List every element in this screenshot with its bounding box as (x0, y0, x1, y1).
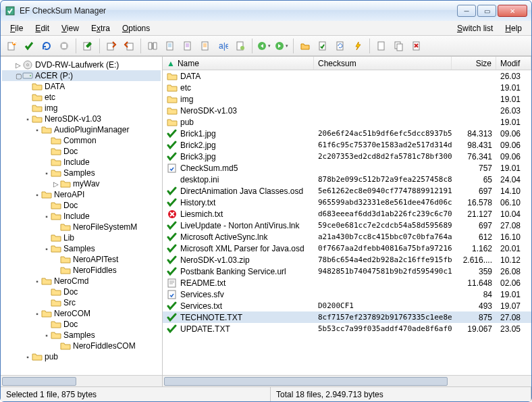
tool-delete-icon[interactable] (408, 38, 425, 54)
tree-twisty-icon[interactable]: ▪ (33, 278, 41, 285)
tool-copy-icon[interactable] (391, 38, 407, 54)
list-row[interactable]: desktop.ini878b2e099c512b72a9fea2257458c… (163, 174, 531, 185)
menu-options[interactable]: Options (117, 22, 155, 34)
list-row[interactable]: Postbank Banking Service.url9482851b7404… (163, 266, 531, 277)
list-row[interactable]: DirectAnimation Java Classes.osd5e61262e… (163, 185, 531, 197)
tree-item[interactable]: ▪Include (2, 211, 161, 222)
list-row[interactable]: CheckSum.md575719.01 (163, 162, 531, 174)
tree-item[interactable]: ▪pub (2, 351, 161, 362)
tool-compare-icon[interactable]: a|e (215, 38, 231, 54)
list-row[interactable]: pub19.01 (163, 116, 531, 128)
tool-doc3-icon[interactable] (197, 38, 213, 54)
tool-check-icon[interactable] (21, 38, 37, 54)
maximize-button[interactable]: ▭ (477, 5, 496, 17)
list-row[interactable]: Brick1.jpg206e6f24ac51b9df6efc5dcc8937b5… (163, 128, 531, 139)
tool-doc4-icon[interactable] (232, 38, 248, 54)
menu-help[interactable]: Help (500, 22, 527, 34)
list-row[interactable]: Brick3.jpg2c207353ed2cd8d2fa5781c78bf300… (163, 151, 531, 162)
tree-item[interactable]: ▪NeroSDK-v1.03 (2, 114, 161, 124)
tree-item[interactable]: ▪Samples (2, 243, 161, 254)
minimize-button[interactable]: ─ (457, 5, 476, 17)
list-row[interactable]: Brick2.jpg61f6c95c75370e1583ad2e517d314d… (163, 139, 531, 151)
tool-stop-icon[interactable] (56, 38, 72, 54)
list-row[interactable]: TECHNOTE.TXT8cf7157ef237892b91767335c1ee… (163, 311, 531, 323)
tree-item[interactable]: ▪AudioPluginManager (2, 124, 161, 135)
tree-item[interactable]: ▪NeroCmd (2, 276, 161, 286)
tree-twisty-icon[interactable]: ▪ (33, 126, 41, 134)
list-row[interactable]: DATA26.03 (163, 70, 531, 82)
list-row[interactable]: UPDATE.TXT5b53cc7a99f035addf470ade8f6af0… (163, 323, 531, 334)
tree-h-scrollbar[interactable] (1, 375, 162, 386)
tree-item[interactable]: NeroAPITest (2, 254, 161, 265)
list-row[interactable]: History.txt965599abd32331e8e561dee476d06… (163, 197, 531, 208)
file-list[interactable]: DATA26.03etc19.01img19.01NeroSDK-v1.0326… (163, 70, 531, 375)
tool-doccheck-icon[interactable] (315, 38, 331, 54)
tool-doc1-icon[interactable] (162, 38, 178, 54)
tree-item[interactable]: img (2, 103, 161, 114)
tree-twisty-icon[interactable]: ▪ (33, 310, 41, 318)
col-size[interactable]: Size (452, 57, 496, 70)
menu-extra[interactable]: Extra (86, 22, 115, 34)
tree-twisty-icon[interactable]: ▷ (52, 180, 60, 188)
list-row[interactable]: Services.sfv8419.01 (163, 288, 531, 300)
tree-item[interactable]: NeroFiddles (2, 265, 161, 276)
tree-item[interactable]: ▷myWav (2, 178, 161, 189)
tree-item[interactable]: Doc (2, 146, 161, 157)
tree-twisty-icon[interactable]: ▢ (14, 72, 22, 80)
col-checksum[interactable]: Checksum (314, 57, 452, 70)
tool-folder-icon[interactable] (297, 38, 313, 54)
tree-item[interactable]: Include (2, 157, 161, 168)
tree-item[interactable]: Doc (2, 286, 161, 297)
tree-item[interactable]: Src (2, 297, 161, 308)
tool-doc2-icon[interactable] (180, 38, 196, 54)
menu-view[interactable]: View (56, 22, 84, 34)
menu-switch-list[interactable]: Switch list (452, 22, 498, 34)
tool-forward-icon[interactable]: ▾ (273, 38, 290, 54)
list-row[interactable]: NeroSDK-v1.0326.03 (163, 105, 531, 116)
list-row[interactable]: LiveUpdate - Norton AntiVirus.lnk59ce0e6… (163, 220, 531, 231)
tool-refresh-icon[interactable] (38, 38, 55, 54)
list-row[interactable]: etc19.01 (163, 82, 531, 93)
tree-item[interactable]: ▷DVD-RW-Laufwerk (E:) (2, 59, 161, 70)
tool-export-icon[interactable] (103, 38, 119, 54)
tree-item[interactable]: ▪Samples (2, 330, 161, 341)
list-row[interactable]: img19.01 (163, 93, 531, 105)
col-name[interactable]: ▲Name (163, 57, 314, 70)
list-h-scrollbar[interactable] (163, 375, 531, 386)
close-button[interactable]: ✕ (498, 5, 527, 17)
title-bar[interactable]: EF CheckSum Manager ─ ▭ ✕ (1, 1, 531, 21)
menu-file[interactable]: File (5, 22, 28, 34)
tree-twisty-icon[interactable]: ▪ (43, 332, 51, 339)
tree-twisty-icon[interactable]: ▪ (43, 245, 51, 253)
tool-new-icon[interactable]: ★ (3, 38, 20, 54)
tool-page-icon[interactable] (373, 38, 390, 54)
list-row[interactable]: Microsoft ActiveSync.lnka21a430b7cc8c415… (163, 231, 531, 243)
tree-item[interactable]: ▪Samples (2, 168, 161, 178)
list-row[interactable]: Liesmich.txtd683eeeaf6dd3d1ab226fc239c6c… (163, 208, 531, 220)
list-row[interactable]: Microsoft XML Parser for Java.osd0f7667a… (163, 243, 531, 254)
tool-book-icon[interactable] (144, 38, 161, 54)
tool-bolt-icon[interactable] (350, 38, 366, 54)
tree-item[interactable]: ▪NeroAPI (2, 189, 161, 200)
folder-tree[interactable]: ▷DVD-RW-Laufwerk (E:)▢ACER (P:)DATAetcim… (1, 57, 162, 375)
tree-twisty-icon[interactable]: ▪ (24, 353, 32, 361)
tool-import-icon[interactable] (121, 38, 137, 54)
tree-item[interactable]: ▢ACER (P:) (2, 70, 161, 81)
tree-item[interactable]: Common (2, 135, 161, 146)
tree-item[interactable]: Lib (2, 232, 161, 243)
tree-item[interactable]: DATA (2, 81, 161, 92)
tree-twisty-icon[interactable]: ▷ (14, 61, 22, 69)
tool-docrefresh-icon[interactable] (332, 38, 348, 54)
tree-item[interactable]: NeroFiddlesCOM (2, 341, 161, 351)
tool-edit-icon[interactable] (80, 38, 96, 54)
list-row[interactable]: NeroSDK-v1.03.zip78b6c654a4ed2b928a2c16f… (163, 254, 531, 266)
tree-item[interactable]: Doc (2, 319, 161, 330)
tree-twisty-icon[interactable]: ▪ (43, 213, 51, 220)
list-row[interactable]: Services.txtD0200CF149319.07 (163, 300, 531, 311)
tool-back-icon[interactable]: ▾ (256, 38, 272, 54)
tree-item[interactable]: etc (2, 92, 161, 103)
menu-edit[interactable]: Edit (30, 22, 55, 34)
tree-twisty-icon[interactable]: ▪ (33, 191, 41, 199)
col-modified[interactable]: Modif (496, 57, 531, 70)
tree-twisty-icon[interactable]: ▪ (24, 116, 32, 123)
